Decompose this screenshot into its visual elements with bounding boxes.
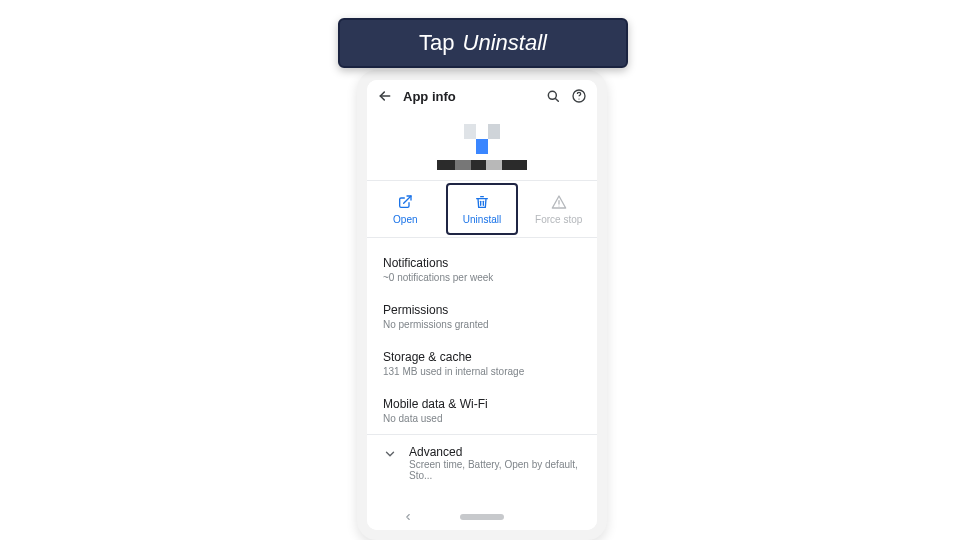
setting-title: Storage & cache: [383, 350, 581, 364]
force-stop-button: Force stop: [520, 181, 597, 237]
instruction-target: Uninstall: [463, 30, 547, 56]
setting-title: Advanced: [409, 445, 585, 459]
setting-advanced[interactable]: Advanced Screen time, Battery, Open by d…: [367, 435, 597, 491]
warning-icon: [551, 194, 567, 210]
setting-storage[interactable]: Storage & cache 131 MB used in internal …: [383, 340, 581, 387]
svg-point-2: [578, 98, 579, 99]
phone-frame: App info Open: [357, 70, 607, 540]
setting-permissions[interactable]: Permissions No permissions granted: [383, 293, 581, 340]
force-stop-label: Force stop: [535, 214, 582, 225]
setting-title: Permissions: [383, 303, 581, 317]
app-icon: [464, 124, 500, 154]
setting-subtitle: 131 MB used in internal storage: [383, 366, 581, 377]
nav-home-pill[interactable]: [460, 514, 504, 520]
app-identity: [367, 112, 597, 180]
open-icon: [397, 194, 413, 210]
svg-point-0: [548, 91, 556, 99]
instruction-banner: Tap Uninstall: [338, 18, 628, 68]
help-icon[interactable]: [571, 88, 587, 104]
screen: App info Open: [367, 80, 597, 530]
chevron-down-icon: [383, 447, 397, 461]
appbar-title: App info: [403, 89, 535, 104]
app-name-redacted: [437, 160, 527, 170]
instruction-verb: Tap: [419, 30, 454, 56]
setting-subtitle: ~0 notifications per week: [383, 272, 581, 283]
back-icon[interactable]: [377, 88, 393, 104]
nav-back-icon[interactable]: [403, 512, 413, 522]
trash-icon: [474, 194, 490, 210]
setting-data[interactable]: Mobile data & Wi-Fi No data used: [383, 387, 581, 434]
setting-subtitle: Screen time, Battery, Open by default, S…: [409, 459, 585, 481]
uninstall-button[interactable]: Uninstall: [444, 181, 521, 237]
uninstall-label: Uninstall: [463, 214, 501, 225]
search-icon[interactable]: [545, 88, 561, 104]
setting-title: Mobile data & Wi-Fi: [383, 397, 581, 411]
open-label: Open: [393, 214, 417, 225]
open-button[interactable]: Open: [367, 181, 444, 237]
setting-subtitle: No permissions granted: [383, 319, 581, 330]
appbar: App info: [367, 80, 597, 112]
action-row: Open Uninstall Force stop: [367, 181, 597, 237]
setting-subtitle: No data used: [383, 413, 581, 424]
nav-bar: [367, 504, 597, 530]
settings-list: Notifications ~0 notifications per week …: [367, 238, 597, 434]
svg-point-3: [558, 205, 559, 206]
setting-title: Notifications: [383, 256, 581, 270]
setting-notifications[interactable]: Notifications ~0 notifications per week: [383, 246, 581, 293]
